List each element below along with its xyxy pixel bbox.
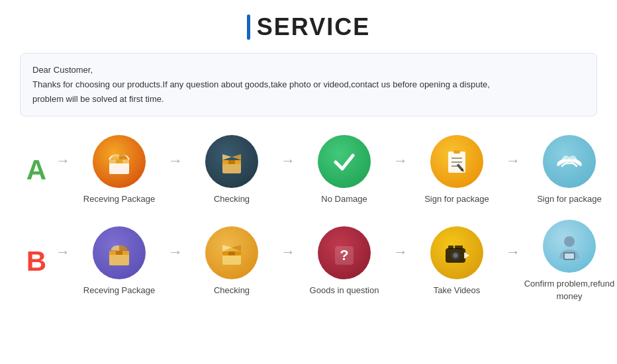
step-a2-label: Checking [214, 193, 250, 205]
svg-rect-20 [228, 251, 235, 255]
arrow-a4: → [503, 152, 523, 169]
icon-b4-camera [430, 226, 483, 279]
arrow-b4: → [503, 244, 523, 261]
step-b3-label: Goods in question [310, 285, 379, 296]
step-a4: Sign for package [410, 135, 503, 205]
step-b2: Checking [185, 226, 278, 296]
arrow-a0: → [53, 152, 73, 169]
step-a1: Receving Package [73, 135, 166, 205]
svg-rect-27 [448, 246, 453, 249]
icon-b5-refund [543, 220, 596, 273]
step-b3: ? Goods in question [298, 226, 391, 296]
step-a5: Sign for package [523, 135, 616, 205]
svg-marker-29 [464, 252, 469, 259]
checking-icon [215, 145, 248, 178]
row-label-b: B [20, 246, 53, 277]
notice-line1: Dear Customer, [32, 63, 585, 77]
svg-rect-32 [565, 253, 574, 259]
icon-a4-sign [430, 135, 483, 188]
arrow-b2: → [278, 244, 298, 261]
svg-point-26 [453, 253, 457, 257]
step-b5: Confirm problem,refund money [523, 220, 616, 302]
icon-a1-package [93, 135, 146, 188]
svg-rect-2 [116, 159, 122, 163]
step-a2: Checking [185, 135, 278, 205]
svg-point-30 [564, 236, 575, 247]
question-icon: ? [328, 236, 361, 269]
step-a1-label: Receving Package [83, 193, 155, 205]
page-title: SERVICE [20, 13, 597, 41]
step-b5-label: Confirm problem,refund money [523, 278, 616, 302]
notice-line3: problem will be solved at first time. [32, 92, 585, 107]
step-a4-label: Sign for package [424, 193, 489, 205]
icon-a3-check [318, 135, 371, 188]
package-icon [103, 145, 136, 178]
svg-rect-17 [116, 251, 122, 255]
sign-icon [440, 145, 473, 178]
flow-row-a: A → Receving Package → [20, 135, 597, 205]
arrow-b3: → [391, 244, 410, 261]
icon-a2-checking [205, 135, 258, 188]
handshake-icon [553, 145, 586, 178]
flow-row-b: B → Receving Package → Checking [20, 220, 597, 302]
icon-a5-handshake [543, 135, 596, 188]
step-b1-label: Receving Package [83, 285, 155, 296]
refund-icon [553, 230, 586, 263]
step-b1: Receving Package [73, 226, 166, 296]
icon-b1-package [93, 226, 146, 279]
svg-text:?: ? [340, 247, 348, 263]
step-a3: No Damage [298, 135, 391, 205]
step-b4: Take Videos [410, 226, 503, 296]
svg-rect-7 [453, 150, 460, 154]
camera-icon [440, 236, 473, 269]
step-b2-label: Checking [214, 285, 250, 296]
svg-rect-5 [228, 160, 235, 164]
step-a5-label: Sign for package [537, 193, 602, 205]
arrow-a2: → [278, 152, 298, 169]
icon-b2-checking [205, 226, 258, 279]
arrow-a3: → [391, 152, 410, 169]
checking-b-icon [215, 236, 248, 269]
icon-b3-question: ? [318, 226, 371, 279]
arrow-b1: → [166, 244, 185, 261]
arrow-b0: → [53, 244, 73, 261]
notice-line2: Thanks for choosing our products.If any … [32, 77, 585, 92]
arrow-a1: → [166, 152, 185, 169]
checkmark-icon [328, 145, 361, 178]
package-b-icon [103, 236, 136, 269]
row-label-a: A [20, 154, 53, 186]
step-b4-label: Take Videos [434, 285, 481, 296]
title-accent-bar [247, 15, 250, 40]
step-a3-label: No Damage [321, 193, 367, 205]
svg-rect-28 [455, 246, 463, 249]
notice-box: Dear Customer, Thanks for choosing our p… [20, 53, 597, 116]
